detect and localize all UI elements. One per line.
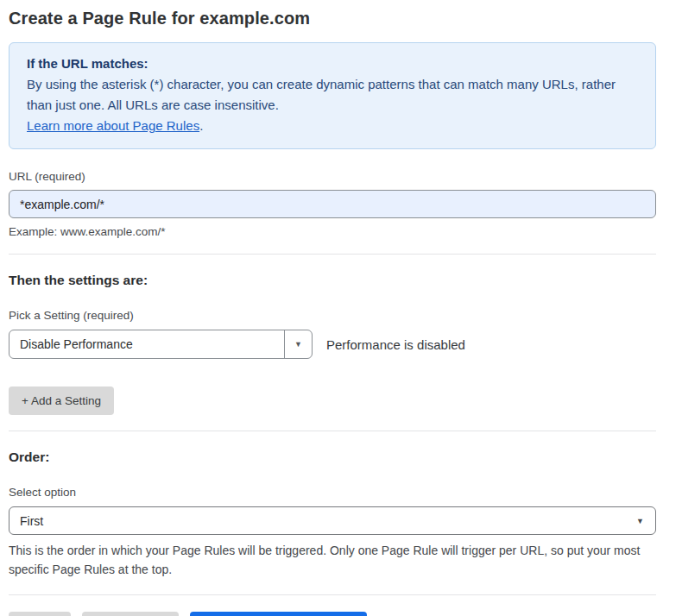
order-select-value: First (20, 514, 43, 528)
setting-dropdown-value: Disable Performance (9, 330, 284, 358)
divider (9, 254, 656, 255)
order-select[interactable]: First ▼ (9, 506, 656, 535)
url-matches-info-box: If the URL matches: By using the asteris… (9, 42, 656, 149)
pick-setting-label: Pick a Setting (required) (9, 309, 656, 322)
chevron-down-icon: ▼ (294, 341, 302, 349)
learn-more-link[interactable]: Learn more about Page Rules (27, 118, 199, 133)
divider (9, 594, 656, 595)
setting-status-text: Performance is disabled (326, 337, 465, 352)
chevron-down-icon: ▼ (636, 517, 644, 525)
add-setting-button[interactable]: + Add a Setting (9, 387, 114, 415)
settings-section-heading: Then the settings are: (9, 273, 656, 288)
url-field-label: URL (required) (9, 170, 656, 183)
info-box-heading: If the URL matches: (27, 53, 638, 74)
info-box-body: By using the asterisk (*) character, you… (27, 74, 638, 136)
page-title: Create a Page Rule for example.com (9, 9, 656, 28)
order-help-text: This is the order in which your Page Rul… (9, 541, 656, 579)
url-input[interactable] (9, 190, 656, 218)
save-and-deploy-button[interactable]: Save and Deploy Page Rule (190, 612, 368, 616)
form-actions: Cancel Save as Draft Save and Deploy Pag… (9, 612, 656, 616)
order-select-label: Select option (9, 486, 656, 499)
url-example-text: Example: www.example.com/* (9, 225, 656, 238)
setting-row: Disable Performance ▼ Performance is dis… (9, 330, 656, 359)
create-page-rule-form: Create a Page Rule for example.com If th… (0, 0, 682, 616)
setting-dropdown-arrow-button[interactable]: ▼ (284, 330, 312, 358)
order-section-heading: Order: (9, 449, 656, 465)
divider (9, 431, 656, 431)
learn-more-link-suffix: . (199, 118, 203, 133)
setting-dropdown[interactable]: Disable Performance ▼ (9, 330, 313, 359)
info-box-body-text: By using the asterisk (*) character, you… (27, 77, 616, 112)
cancel-button[interactable]: Cancel (9, 612, 71, 616)
save-as-draft-button[interactable]: Save as Draft (82, 612, 179, 616)
